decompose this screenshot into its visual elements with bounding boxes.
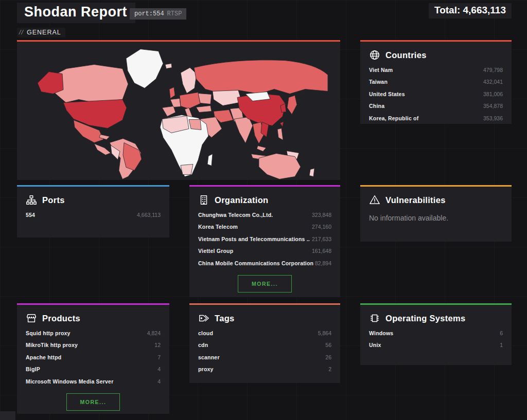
countries-panel: Countries Viet Nam479,798Taiwan432,041Un… [360,40,512,124]
map-region-greenland [126,49,163,88]
operating-systems-header: Operating Systems [369,313,503,324]
vulnerabilities-title: Vulnerabilities [385,195,446,205]
products-list: Squid http proxy4,824MikroTik http proxy… [26,330,161,385]
list-item[interactable]: Taiwan432,041 [369,79,503,85]
map-region-united-states [63,100,127,129]
ports-header: Ports [26,194,161,206]
item-value: 1 [500,342,503,348]
list-item[interactable]: cloud5,864 [198,330,331,336]
building-icon [198,194,209,206]
item-value: 432,041 [483,79,503,85]
tags-title: Tags [215,314,235,323]
map-region-brazil [123,143,142,171]
list-item[interactable]: Apache httpd7 [26,354,161,360]
tags-panel: Tags cloud5,864cdn56scanner26proxy2 [189,303,340,383]
item-label: proxy [198,366,214,372]
list-item[interactable]: United States381,006 [369,91,503,97]
map-region-scandinavia [181,68,197,94]
item-value: 217,633 [312,236,331,242]
vulnerabilities-panel: Vulnerabilities No information available… [360,185,512,242]
list-item[interactable]: Korea, Republic of353,936 [369,115,503,121]
products-more-button[interactable]: MORE... [66,393,120,411]
map-region-central-america [94,144,111,155]
item-label: Korea Telecom [198,224,238,230]
warning-triangle-icon [369,194,380,206]
network-icon [26,194,37,206]
operating-systems-title: Operating Systems [385,314,466,323]
section-slashes: // [19,29,24,36]
list-item[interactable]: Microsoft Windows Media Server4 [26,378,161,385]
list-item[interactable]: Windows6 [369,330,503,336]
list-item[interactable]: BigIP4 [26,366,161,372]
item-value: 4,824 [147,330,161,336]
list-item[interactable]: MikroTik http proxy12 [26,342,161,348]
map-region-new-zealand [309,169,314,177]
list-item[interactable]: Viettel Group161,648 [198,248,331,254]
list-item[interactable]: Vietnam Posts and Telecommunications ..2… [198,236,331,242]
item-value: 381,006 [483,91,503,97]
products-title: Products [42,314,80,323]
page-title: Shodan Report [17,3,135,23]
map-region-turkey [196,106,212,113]
list-item[interactable]: 5544,663,113 [26,212,161,218]
item-value: 7 [157,354,161,360]
item-value: 12 [154,342,161,348]
item-label: Apache httpd [26,354,61,360]
map-region-philippines [277,129,283,140]
map-region-japan [287,96,297,115]
storefront-icon [26,313,37,324]
item-label: Squid http proxy [26,330,71,336]
map-region-australia [259,154,301,179]
item-value: 82,894 [315,260,331,266]
item-value: 323,848 [312,212,331,218]
item-value: 4,663,113 [137,212,161,218]
map-region-malaysia [257,146,266,152]
list-item[interactable]: Unix1 [369,342,503,348]
ports-title: Ports [42,195,65,205]
item-label: Chunghwa Telecom Co.,Ltd. [198,212,273,218]
item-value: 2 [328,366,331,372]
countries-title: Countries [385,50,427,60]
organization-list: Chunghwa Telecom Co.,Ltd.323,848Korea Te… [198,212,331,266]
vulnerabilities-header: Vulnerabilities [369,194,503,206]
item-label: Taiwan [369,79,388,85]
products-header: Products [26,313,161,324]
item-value: 274,160 [312,224,331,230]
list-item[interactable]: Squid http proxy4,824 [26,330,161,336]
list-item[interactable]: cdn56 [198,342,331,348]
list-item[interactable]: proxy2 [198,366,331,372]
list-item[interactable]: Korea Telecom274,160 [198,224,331,230]
organization-more-button[interactable]: MORE... [238,275,292,293]
list-item[interactable]: China Mobile Communications Corporation8… [198,260,331,266]
vulnerabilities-empty-text: No information available. [369,214,503,222]
query-text: port:554 [134,10,164,17]
query-type: RTSP [167,10,182,17]
map-region-united-kingdom [169,87,175,99]
countries-header: Countries [369,49,503,61]
map-region-france [170,99,181,107]
map-region-iberia [162,106,175,117]
map-region-madagascar [207,154,213,166]
list-item[interactable]: Chunghwa Telecom Co.,Ltd.323,848 [198,212,331,218]
item-label: Windows [369,330,393,336]
map-region-russia [194,60,328,94]
operating-systems-list: Windows6Unix1 [369,330,503,349]
list-item[interactable]: China354,878 [369,103,503,109]
footer-chip [0,411,15,420]
world-choropleth-map [17,42,340,180]
item-label: 554 [26,212,35,218]
item-value: 56 [325,342,331,348]
products-panel: Products Squid http proxy4,824MikroTik h… [17,303,169,414]
map-region-iceland [165,64,172,69]
ports-list: 5544,663,113 [26,212,161,218]
list-item[interactable]: Viet Nam479,798 [369,67,503,73]
list-item[interactable]: scanner26 [198,354,331,360]
item-label: MikroTik http proxy [26,342,78,348]
section-general: //GENERAL [17,28,65,38]
tag-icon [198,313,209,324]
organization-title: Organization [215,195,268,205]
map-region-egypt [189,120,201,130]
item-value: 4 [157,378,161,385]
map-region-central-europe [180,93,200,109]
organization-panel: Organization Chunghwa Telecom Co.,Ltd.32… [189,185,340,297]
